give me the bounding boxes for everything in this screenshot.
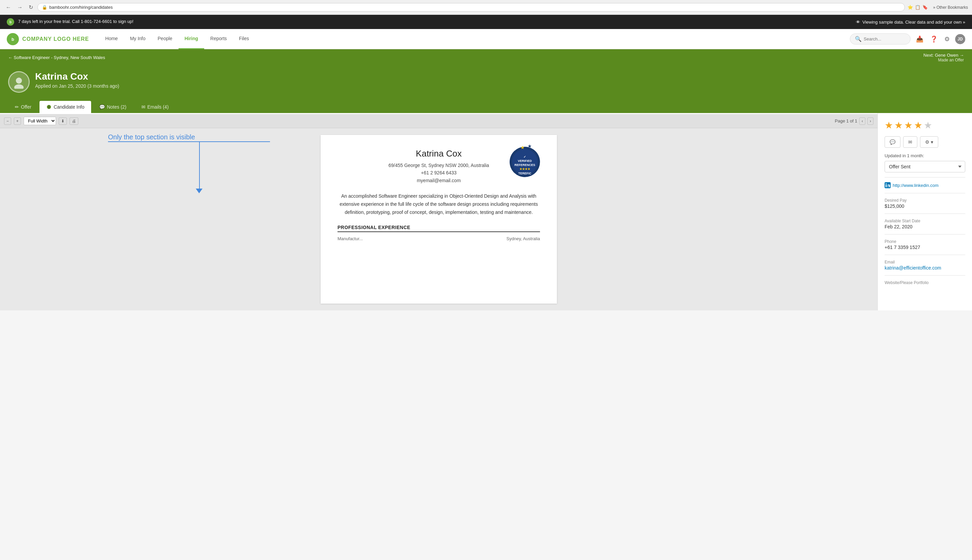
sidebar-divider-1 [885, 177, 965, 177]
star-1[interactable]: ★ [885, 120, 893, 131]
right-sidebar: ★ ★ ★ ★ ★ 💬 ✉ ⚙ ▾ Updated in 1 month: Of… [877, 113, 972, 310]
forward-button[interactable]: → [15, 4, 24, 11]
candidate-name: Katrina Cox [35, 71, 119, 82]
resume-summary: An accomplished Software Engineer specia… [337, 192, 540, 216]
sidebar-divider-4 [885, 234, 965, 235]
breadcrumb-bar: ← Software Engineer - Sydney, New South … [0, 49, 972, 66]
status-dropdown[interactable]: Offer Sent Applied Phone Screen Intervie… [885, 161, 965, 172]
tab-candidate-info[interactable]: i Candidate Info [40, 101, 91, 113]
star-5[interactable]: ★ [924, 120, 932, 131]
width-select[interactable]: Full Width [23, 117, 56, 125]
back-button[interactable]: ← [4, 4, 13, 11]
svg-text:REFERENCES: REFERENCES [514, 163, 535, 167]
phone-label: Phone [885, 239, 965, 244]
tab-emails[interactable]: ✉ Emails (4) [135, 101, 175, 113]
email-value[interactable]: katrina@efficientoffice.com [885, 265, 965, 270]
notes-icon: 💬 [99, 104, 105, 110]
main-content: − + Full Width ⬇ 🖨 Page 1 of 1 ‹ › Katri… [0, 113, 972, 310]
zoom-in-button[interactable]: + [14, 117, 21, 125]
refresh-button[interactable]: ↻ [27, 3, 35, 11]
svg-point-3 [14, 84, 23, 89]
breadcrumb[interactable]: ← Software Engineer - Sydney, New South … [8, 55, 105, 60]
action-buttons: 💬 ✉ ⚙ ▾ [885, 136, 965, 148]
tab-notes[interactable]: 💬 Notes (2) [92, 101, 133, 113]
next-page-button[interactable]: › [867, 117, 873, 125]
nav-files[interactable]: Files [233, 29, 255, 49]
browser-icons: ⭐📋🔖 [907, 5, 928, 10]
sidebar-divider-2 [885, 193, 965, 193]
gear-button[interactable]: ⚙ ▾ [920, 136, 938, 148]
desired-pay-value: $125,000 [885, 203, 965, 209]
sidebar-divider-5 [885, 255, 965, 255]
avatar[interactable]: JD [955, 34, 965, 44]
page-info: Page 1 of 1 ‹ › [835, 117, 874, 125]
nav-people[interactable]: People [152, 29, 179, 49]
svg-text:★★★★: ★★★★ [519, 167, 531, 171]
star-2[interactable]: ★ [894, 120, 903, 131]
trial-message: b 7 days left in your free trial. Call 1… [7, 18, 133, 26]
download-button[interactable]: ⬇ [59, 117, 67, 125]
emails-icon: ✉ [141, 104, 145, 110]
linkedin-icon [885, 182, 891, 188]
candidate-header: Katrina Cox Applied on Jan 25, 2020 (3 m… [0, 66, 972, 93]
inbox-icon[interactable]: 📥 [915, 34, 925, 44]
bookmarks-label: » Other Bookmarks [933, 5, 968, 10]
page-header: ← Software Engineer - Sydney, New South … [0, 49, 972, 113]
tab-offer[interactable]: ✏ Offer [8, 101, 38, 113]
resume-section-experience: PROFESSIONAL EXPERIENCE [337, 225, 540, 232]
prev-page-button[interactable]: ‹ [859, 117, 865, 125]
url-bar[interactable]: 🔒 bamboohr.com/hiring/candidates [37, 3, 905, 12]
trial-banner: b 7 days left in your free trial. Call 1… [0, 15, 972, 29]
breadcrumb-right: Next: Gene Owen → Made an Offer [924, 53, 964, 62]
bamboohr-icon: b [7, 18, 14, 26]
candidate-avatar [8, 71, 30, 93]
star-3[interactable]: ★ [904, 120, 913, 131]
info-icon: i [46, 104, 52, 110]
nav-home[interactable]: Home [99, 29, 124, 49]
applied-date: Applied on Jan 25, 2020 (3 months ago) [35, 83, 119, 89]
zoom-out-button[interactable]: − [4, 117, 11, 125]
offer-icon: ✏ [15, 104, 19, 110]
svg-text:★: ★ [528, 143, 532, 149]
svg-point-15 [885, 183, 887, 184]
nav-myinfo[interactable]: My Info [124, 29, 152, 49]
nav-reports[interactable]: Reports [204, 29, 233, 49]
svg-point-2 [16, 78, 22, 84]
settings-icon[interactable]: ⚙ [943, 34, 951, 44]
trial-banner-right: 👁 Viewing sample data. Clear data and ad… [856, 20, 965, 25]
resume-panel: − + Full Width ⬇ 🖨 Page 1 of 1 ‹ › Katri… [0, 113, 877, 310]
company-name: COMPANY LOGO HERE [22, 36, 89, 42]
next-candidate-status: Made an Offer [924, 58, 964, 62]
candidate-info: Katrina Cox Applied on Jan 25, 2020 (3 m… [35, 71, 119, 89]
start-date-label: Available Start Date [885, 218, 965, 223]
logo-area: b COMPANY LOGO HERE [7, 33, 89, 45]
resume-document: Katrina Cox 69/455 George St, Sydney NSW… [321, 135, 557, 303]
svg-text:b: b [12, 37, 14, 42]
help-icon[interactable]: ❓ [929, 34, 939, 44]
company-logo: b [7, 33, 19, 45]
browser-chrome: ← → ↻ 🔒 bamboohr.com/hiring/candidates ⭐… [0, 0, 972, 15]
tabs-bar: ✏ Offer i Candidate Info 💬 Notes (2) ✉ E… [0, 95, 972, 113]
desired-pay-label: Desired Pay [885, 198, 965, 203]
svg-rect-14 [885, 185, 887, 187]
print-button[interactable]: 🖨 [70, 117, 78, 125]
sidebar-divider-3 [885, 213, 965, 214]
star-4[interactable]: ★ [914, 120, 922, 131]
email-button[interactable]: ✉ [903, 136, 917, 148]
search-input[interactable] [863, 37, 905, 42]
svg-text:VERIFIED: VERIFIED [518, 159, 532, 163]
phone-value: +61 7 3359 1527 [885, 245, 965, 250]
updated-label: Updated in 1 month: [885, 153, 965, 158]
breadcrumb-left: ← Software Engineer - Sydney, New South … [8, 55, 105, 60]
resume-toolbar: − + Full Width ⬇ 🖨 Page 1 of 1 ‹ › [0, 114, 877, 128]
svg-text:✓: ✓ [523, 155, 526, 158]
linkedin-link[interactable]: http://www.linkedin.com [885, 182, 965, 188]
comment-button[interactable]: 💬 [885, 136, 900, 148]
resume-experience-preview: Manufactur... Sydney, Australia [337, 236, 540, 241]
nav-hiring[interactable]: Hiring [179, 29, 204, 49]
search-box[interactable]: 🔍 [850, 33, 910, 45]
nav-right: 🔍 📥 ❓ ⚙ JD [850, 33, 965, 45]
verified-badge: ✓ VERIFIED REFERENCES ★★★★ TEREFIC ★ ★ [506, 142, 543, 180]
next-candidate[interactable]: Next: Gene Owen → [924, 53, 964, 58]
search-icon: 🔍 [855, 36, 862, 42]
